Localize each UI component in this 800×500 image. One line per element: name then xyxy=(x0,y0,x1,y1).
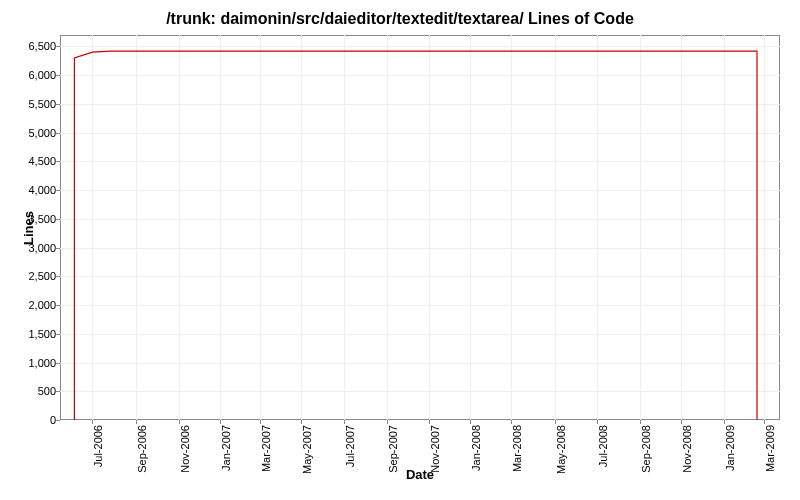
x-tick-label: May-2007 xyxy=(301,425,313,474)
x-tick-label: Mar-2007 xyxy=(260,425,272,472)
y-tick-label: 3,000 xyxy=(28,242,56,254)
chart-title: /trunk: daimonin/src/daieditor/textedit/… xyxy=(0,0,800,33)
y-tick-label: 6,000 xyxy=(28,69,56,81)
y-tick-label: 2,500 xyxy=(28,270,56,282)
y-tick-label: 5,500 xyxy=(28,98,56,110)
x-tick-label: Sep-2006 xyxy=(136,425,148,473)
x-tick-label: Jul-2006 xyxy=(92,425,104,467)
x-tick-label: Sep-2008 xyxy=(640,425,652,473)
y-tick-label: 1,000 xyxy=(28,357,56,369)
y-tick-label: 3,500 xyxy=(28,213,56,225)
x-tick-label: Jul-2007 xyxy=(344,425,356,467)
y-tick-label: 1,500 xyxy=(28,328,56,340)
x-tick-label: Jan-2008 xyxy=(470,425,482,471)
x-tick-label: Sep-2007 xyxy=(387,425,399,473)
x-tick-label: Jan-2009 xyxy=(724,425,736,471)
y-tick-label: 6,500 xyxy=(28,40,56,52)
x-tick-label: Jan-2007 xyxy=(220,425,232,471)
y-tick-label: 500 xyxy=(38,385,56,397)
chart-container: Lines Date 05001,0001,5002,0002,5003,000… xyxy=(60,35,780,420)
x-tick-label: Nov-2008 xyxy=(681,425,693,473)
y-tick-label: 4,500 xyxy=(28,155,56,167)
x-tick-label: May-2008 xyxy=(555,425,567,474)
x-tick-label: Nov-2006 xyxy=(179,425,191,473)
data-series-line xyxy=(60,35,780,420)
x-tick-label: Jul-2008 xyxy=(597,425,609,467)
x-tick-label: Nov-2007 xyxy=(429,425,441,473)
x-tick-label: Mar-2008 xyxy=(511,425,523,472)
y-tick-label: 2,000 xyxy=(28,299,56,311)
y-tick-label: 4,000 xyxy=(28,184,56,196)
x-tick-label: Mar-2009 xyxy=(764,425,776,472)
y-tick-label: 5,000 xyxy=(28,127,56,139)
